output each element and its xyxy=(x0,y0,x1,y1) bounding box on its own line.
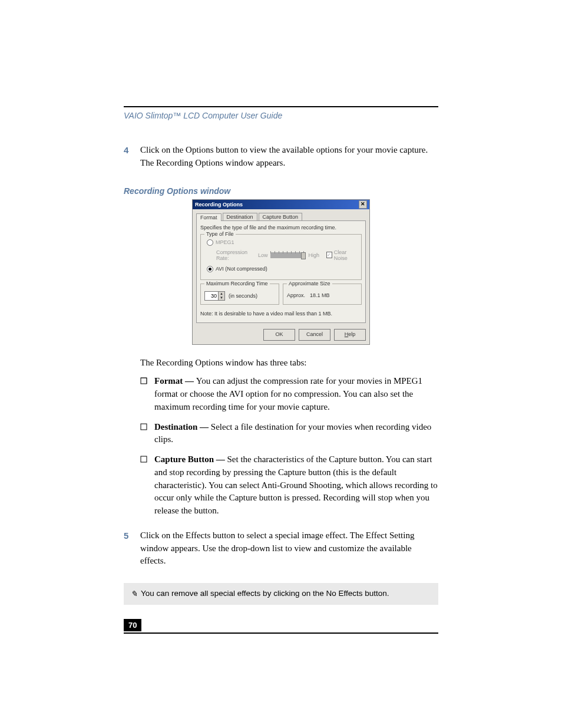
radio-mpeg1-label: MPEG1 xyxy=(216,239,234,245)
bullet-icon xyxy=(140,453,154,518)
guide-title: VAIO Slimtop™ LCD Computer User Guide xyxy=(124,111,438,120)
help-button[interactable]: Help xyxy=(334,329,366,341)
tab-panel-format: Specifies the type of file and the maxim… xyxy=(196,221,366,323)
step-5: 5 Click on the Effects button to select … xyxy=(124,529,438,568)
compression-high: High xyxy=(308,252,319,258)
screenshot-caption: Recording Options window xyxy=(124,186,438,196)
step-4-text: Click on the Options button to view the … xyxy=(140,144,438,170)
svg-rect-1 xyxy=(141,378,147,384)
group-type-of-file: Type of File MPEG1 Compression Rate: Low… xyxy=(200,234,362,280)
compression-low: Low xyxy=(258,252,268,258)
page-number: 70 xyxy=(124,619,141,631)
cancel-button[interactable]: Cancel xyxy=(299,329,330,341)
info-note-text: You can remove all special effects by cl… xyxy=(141,589,389,598)
recording-options-dialog: Recording Options ✕ Format Destination C… xyxy=(192,199,370,345)
group-label-approx: Approximate Size xyxy=(287,281,332,286)
info-note-box: ✎ You can remove all special effects by … xyxy=(124,583,438,605)
max-recording-spinner[interactable]: ▲ ▼ xyxy=(204,291,225,301)
step-4: 4 Click on the Options button to view th… xyxy=(124,144,438,170)
bottom-rule xyxy=(124,633,438,634)
radio-avi-row[interactable]: AVI (Not compressed) xyxy=(207,266,358,272)
clear-noise-checkbox[interactable]: ✓ xyxy=(326,252,332,258)
bullet-capture-title: Capture Button — xyxy=(154,454,227,464)
top-rule xyxy=(124,106,438,107)
bullet-icon xyxy=(140,375,154,413)
tabstrip: Format Destination Capture Button xyxy=(196,213,366,221)
dialog-title: Recording Options xyxy=(195,202,359,207)
compression-slider[interactable] xyxy=(270,252,306,258)
slider-thumb-icon[interactable] xyxy=(301,252,306,259)
bullet-list: Format — You can adjust the compression … xyxy=(140,375,438,518)
spinner-down-icon[interactable]: ▼ xyxy=(218,296,224,300)
step-5-number: 5 xyxy=(124,529,140,568)
radio-avi[interactable] xyxy=(207,266,213,272)
radio-mpeg1[interactable] xyxy=(207,239,213,246)
spinner-up-icon[interactable]: ▲ xyxy=(218,292,224,296)
group-label-maxrec: Maximum Recording Time xyxy=(204,281,270,286)
close-icon[interactable]: ✕ xyxy=(359,200,367,209)
size-note: Note: It is desirable to have a video ma… xyxy=(200,311,362,317)
dialog-button-row: OK Cancel Help xyxy=(193,327,369,344)
bullet-icon xyxy=(140,421,154,447)
group-approx-size: Approximate Size Approx. 18.1 MB xyxy=(283,284,362,305)
max-recording-unit: (in seconds) xyxy=(229,293,257,299)
radio-mpeg1-row[interactable]: MPEG1 xyxy=(207,239,358,246)
list-item: Capture Button — Set the characteristics… xyxy=(140,453,438,518)
compression-label: Compression Rate: xyxy=(216,249,256,261)
clear-noise-label: Clear Noise xyxy=(334,249,358,261)
svg-rect-3 xyxy=(141,456,147,462)
step-4-number: 4 xyxy=(124,144,140,170)
group-label-type: Type of File xyxy=(204,231,236,237)
group-max-recording: Maximum Recording Time ▲ ▼ (in seconds) xyxy=(200,284,279,305)
svg-rect-2 xyxy=(141,424,147,430)
list-item: Destination — Select a file destination … xyxy=(140,421,438,447)
tabs-intro-paragraph: The Recording Options window has three t… xyxy=(140,357,438,370)
approx-prefix: Approx. xyxy=(287,292,305,298)
max-recording-value[interactable] xyxy=(205,292,218,300)
pencil-icon: ✎ xyxy=(131,589,137,599)
tab-capture-button[interactable]: Capture Button xyxy=(259,213,303,220)
step-5-text: Click on the Effects button to select a … xyxy=(140,529,438,568)
radio-avi-label: AVI (Not compressed) xyxy=(216,266,267,272)
approx-value: 18.1 MB xyxy=(310,292,330,298)
format-description: Specifies the type of file and the maxim… xyxy=(200,225,362,230)
bullet-format-title: Format — xyxy=(154,376,196,386)
clear-noise-row[interactable]: ✓ Clear Noise xyxy=(326,249,358,261)
ok-button[interactable]: OK xyxy=(263,329,295,341)
tab-format[interactable]: Format xyxy=(196,213,222,221)
compression-row: Compression Rate: Low High ✓ Clear Noise xyxy=(216,249,358,261)
bullet-destination-title: Destination — xyxy=(154,422,211,431)
tab-destination[interactable]: Destination xyxy=(223,213,257,220)
page-footer: 70 xyxy=(124,619,438,634)
list-item: Format — You can adjust the compression … xyxy=(140,375,438,413)
dialog-titlebar: Recording Options ✕ xyxy=(193,200,369,209)
